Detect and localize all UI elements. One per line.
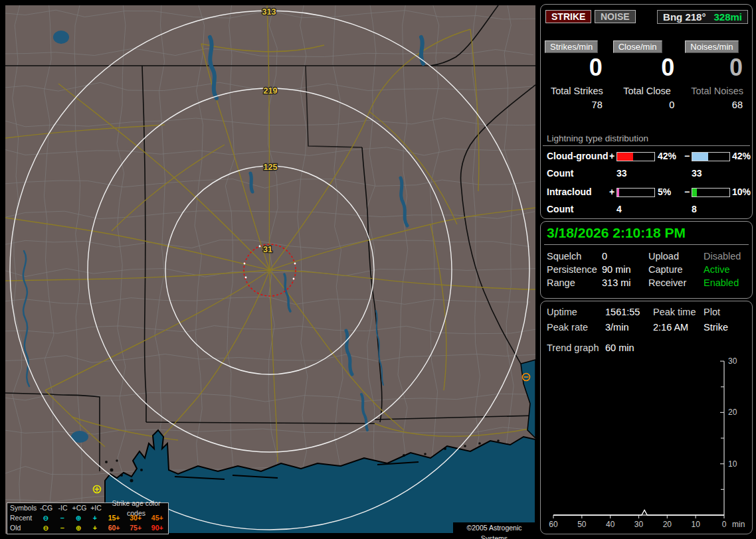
neg-ic-count: 8	[692, 204, 697, 214]
close-per-min-chip: Close/min	[613, 40, 662, 53]
svg-text:50: 50	[577, 520, 587, 529]
count-label: Count	[547, 204, 573, 214]
pos-cg-pct: 42%	[658, 151, 676, 161]
trend-window-value: 60 min	[605, 343, 634, 353]
total-noises-label: Total Noises	[685, 86, 749, 96]
trend-graph-label: Trend graph	[547, 343, 599, 353]
status-box: 3/18/2026 2:10:18 PM Squelch 0 Upload Di…	[540, 221, 753, 299]
svg-text:min: min	[732, 520, 745, 529]
cloud-ground-label: Cloud-ground	[547, 151, 609, 161]
trend-box: Uptime 1561:55 Peak time Plot Peak rate …	[540, 301, 753, 534]
legend-age-15+: 15+	[103, 513, 125, 523]
intracloud-count-row: Count 4 8	[541, 204, 752, 216]
pos-ic-count: 4	[616, 204, 622, 214]
strike-legend: Symbols-CG-IC+CG+ICStrike age color code…	[7, 502, 169, 534]
cloud-ground-row: Cloud-ground + 42% − 42%	[541, 151, 752, 163]
squelch-label: Squelch	[547, 251, 581, 262]
strikes-per-min-chip: Strikes/min	[545, 40, 598, 53]
legend-age-60+: 60+	[103, 523, 125, 533]
plus-sign: +	[609, 187, 614, 197]
minus-sign: −	[684, 151, 690, 161]
persistence-label: Persistence	[547, 264, 597, 275]
capture-label: Capture	[648, 264, 683, 275]
legend-symbol: +	[87, 523, 104, 533]
neg-cg-bar	[692, 152, 730, 161]
noises-per-min-chip: Noises/min	[685, 40, 738, 53]
map-canvas: 313 219 125 31	[5, 5, 535, 534]
total-strikes-label: Total Strikes	[545, 86, 609, 96]
plot-label: Plot	[704, 307, 720, 317]
strike-stats-box: STRIKE NOISE Bng 218°328mi Strikes/min 0…	[540, 4, 753, 219]
strikes-per-min-value: 0	[545, 56, 609, 80]
close-per-min-value: 0	[613, 56, 682, 80]
peak-rate-label: Peak rate	[547, 322, 588, 333]
persistence-value: 90 min	[602, 264, 631, 275]
strike-toggle-button[interactable]: STRIKE	[545, 10, 591, 23]
svg-text:10: 10	[728, 459, 737, 469]
distribution-title: Lightning type distribution	[547, 133, 648, 143]
legend-row-old: Old⊖−⊕+60+75+90+	[7, 523, 168, 533]
legend-row-recent: Recent⊖−⊕+15+30+45+	[7, 513, 168, 523]
svg-text:60: 60	[549, 520, 558, 529]
capture-value: Active	[704, 264, 730, 275]
uptime-value: 1561:55	[605, 307, 640, 317]
ring-label-313: 313	[262, 7, 276, 17]
upload-value: Disabled	[704, 251, 741, 262]
peak-time-label: Peak time	[653, 307, 696, 317]
intracloud-label: Intracloud	[547, 187, 592, 197]
cloud-ground-count-row: Count 33 33	[541, 168, 752, 180]
receiver-value: Enabled	[704, 277, 739, 288]
pos-ic-bar	[616, 188, 655, 197]
lightning-map[interactable]: 313 219 125 31 Symbols-CG-IC+CG+ICStrike…	[5, 5, 535, 534]
bearing-readout: Bng 218°328mi	[657, 10, 748, 24]
neg-cg-count: 33	[692, 168, 702, 179]
ring-label-219: 219	[264, 86, 278, 96]
neg-cg-pct: 42%	[732, 151, 751, 161]
neg-ic-pct: 10%	[732, 187, 751, 197]
copyright: ©2005 Astrogenic Systems	[453, 522, 535, 533]
plus-sign: +	[609, 151, 614, 161]
trend-line	[553, 510, 724, 516]
rate-columns: Strikes/min 0 Total Strikes 78 Close/min…	[545, 40, 749, 110]
svg-text:30: 30	[728, 357, 737, 366]
peak-rate-value: 3/min	[605, 322, 628, 333]
pos-cg-bar	[616, 152, 655, 161]
legend-symbol: +	[87, 513, 104, 523]
close-column: Close/min 0 Total Close 0	[613, 40, 682, 110]
legend-age-75+: 75+	[125, 523, 147, 533]
minus-sign: −	[684, 187, 690, 197]
bearing-range: 328mi	[713, 11, 742, 23]
bearing-label: Bng 218°	[663, 11, 706, 23]
legend-symbol: −	[54, 513, 70, 523]
svg-text:0: 0	[722, 520, 727, 529]
svg-text:20: 20	[728, 408, 737, 417]
ring-label-31: 31	[263, 245, 272, 254]
noises-column: Noises/min 0 Total Noises 68	[685, 40, 749, 110]
svg-text:30: 30	[634, 520, 644, 529]
upload-label: Upload	[648, 251, 679, 262]
datetime-divider	[544, 244, 749, 245]
legend-symbol: ⊕	[70, 513, 87, 523]
legend-symbol: ⊖	[37, 523, 54, 533]
receiver-label: Receiver	[648, 277, 686, 288]
noises-per-min-value: 0	[685, 56, 749, 80]
legend-header: Symbols-CG-IC+CG+ICStrike age color code…	[7, 503, 168, 513]
total-noises-value: 68	[685, 100, 749, 110]
squelch-value: 0	[602, 251, 607, 262]
legend-symbol: ⊕	[70, 523, 87, 533]
total-strikes-value: 78	[545, 100, 609, 110]
noise-toggle-button[interactable]: NOISE	[595, 10, 636, 23]
svg-text:20: 20	[663, 520, 672, 529]
total-close-value: 0	[613, 100, 682, 110]
count-label: Count	[547, 168, 573, 179]
legend-age-45+: 45+	[146, 513, 168, 523]
svg-text:40: 40	[606, 520, 615, 529]
pos-ic-pct: 5%	[658, 187, 671, 197]
range-value: 313 mi	[602, 277, 631, 288]
legend-age-30+: 30+	[125, 513, 147, 523]
total-close-label: Total Close	[613, 86, 682, 96]
trend-graph: 3020106050403020100min	[541, 357, 752, 531]
plot-mode-value: Strike	[704, 322, 728, 333]
legend-symbol: −	[54, 523, 70, 533]
peak-time-value: 2:16 AM	[653, 322, 688, 333]
